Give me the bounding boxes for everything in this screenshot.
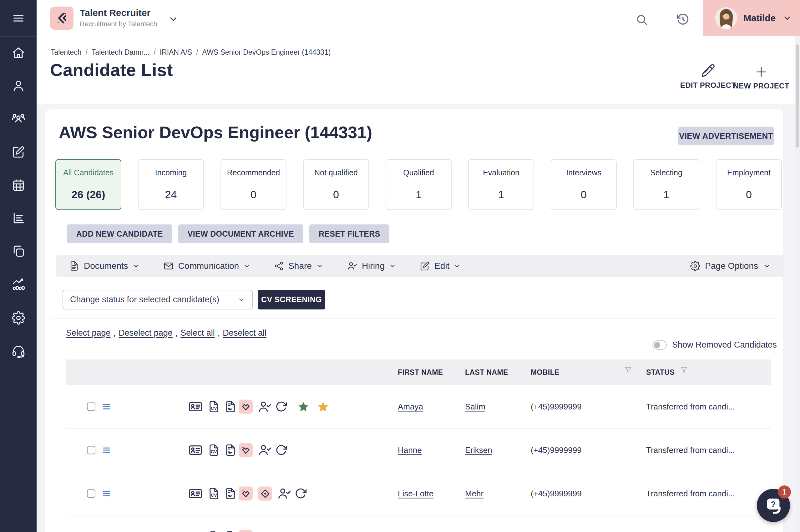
status-card-not-qualified[interactable]: Not qualified 0 — [303, 159, 369, 210]
sidebar-item-compose[interactable] — [0, 139, 37, 165]
candidate-card-button[interactable] — [188, 399, 203, 414]
status-card-qualified[interactable]: Qualified 1 — [386, 159, 452, 210]
refresh-button[interactable] — [275, 400, 287, 413]
column-header-status[interactable]: STATUS — [646, 368, 675, 377]
status-card-employment[interactable]: Employment 0 — [716, 159, 782, 210]
show-removed-toggle[interactable] — [652, 340, 667, 350]
cv-button[interactable] — [207, 530, 221, 532]
candidate-last-name-link[interactable]: Mehr — [465, 489, 484, 498]
sidebar-item-candidates[interactable] — [0, 73, 37, 98]
column-header-last-name[interactable]: LAST NAME — [465, 368, 508, 377]
row-menu-button[interactable] — [102, 402, 111, 411]
reset-filters-button[interactable]: RESET FILTERS — [309, 224, 390, 243]
page-title: Candidate List — [50, 60, 173, 80]
row-checkbox[interactable] — [87, 403, 95, 411]
status-card-interviews[interactable]: Interviews 0 — [551, 159, 617, 210]
sidebar-item-team[interactable] — [0, 106, 37, 131]
sidebar-item-documents[interactable] — [0, 239, 37, 264]
status-card-recommended[interactable]: Recommended 0 — [221, 159, 286, 210]
toolbar-documents-menu[interactable]: Documents — [69, 261, 139, 271]
qualify-candidate-button[interactable] — [258, 443, 272, 457]
select-page-link[interactable]: Select page — [66, 328, 111, 338]
cv-button[interactable] — [207, 487, 221, 500]
candidate-last-name-link[interactable]: Eriksen — [465, 445, 492, 455]
deselect-all-link[interactable]: Deselect all — [223, 328, 266, 338]
breadcrumb-item-talentech[interactable]: Talentech — [51, 48, 81, 57]
scrollbar-thumb[interactable] — [796, 44, 799, 148]
toolbar-share-menu[interactable]: Share — [274, 261, 323, 271]
candidate-first-name-link[interactable]: Hanne — [398, 445, 422, 455]
history-button[interactable] — [675, 12, 690, 27]
candidate-card-button[interactable] — [188, 443, 203, 457]
view-document-archive-button[interactable]: VIEW DOCUMENT ARCHIVE — [178, 224, 303, 243]
talentech-profile-button[interactable] — [239, 487, 253, 501]
page-options-menu[interactable]: Page Options — [690, 261, 771, 271]
row-checkbox[interactable] — [87, 446, 95, 455]
talentech-profile-button[interactable] — [239, 400, 253, 414]
candidate-card-button[interactable] — [188, 530, 203, 532]
cv-screening-button[interactable]: CV SCREENING — [258, 290, 325, 309]
cv-button[interactable] — [207, 443, 221, 457]
talentech-profile-button[interactable] — [239, 530, 253, 532]
row-checkbox[interactable] — [87, 490, 95, 498]
status-card-all-candidates[interactable]: All Candidates 26 (26) — [55, 159, 122, 210]
talentech-assessment-button[interactable] — [258, 487, 272, 501]
breadcrumb-item-project[interactable]: AWS Senior DevOps Engineer (144331) — [202, 48, 331, 57]
application-button[interactable] — [224, 530, 237, 532]
qualify-candidate-button[interactable] — [277, 486, 292, 501]
app-logo[interactable] — [50, 6, 74, 30]
application-button[interactable] — [224, 487, 237, 500]
application-button[interactable] — [224, 400, 237, 413]
cv-document-icon — [207, 443, 221, 457]
column-header-mobile[interactable]: MOBILE — [531, 368, 559, 377]
content-area: AWS Senior DevOps Engineer (144331) VIEW… — [37, 104, 800, 532]
view-advertisement-button[interactable]: VIEW ADVERTISEMENT — [678, 127, 774, 145]
breadcrumb-item-company[interactable]: IRIAN A/S — [160, 48, 192, 57]
add-new-candidate-button[interactable]: ADD NEW CANDIDATE — [67, 224, 172, 243]
change-status-select[interactable]: Change status for selected candidate(s) — [62, 290, 253, 309]
user-menu[interactable]: Matilde — [703, 0, 800, 36]
toolbar-edit-menu[interactable]: Edit — [420, 261, 461, 271]
vertical-scrollbar[interactable] — [795, 36, 800, 532]
sidebar-menu-button[interactable] — [0, 0, 37, 36]
candidate-card-button[interactable] — [188, 486, 203, 501]
candidate-last-name-link[interactable]: Salim — [465, 402, 485, 412]
refresh-button[interactable] — [275, 444, 287, 456]
edit-project-button[interactable]: EDIT PROJECT — [678, 63, 738, 90]
search-button[interactable] — [634, 12, 649, 27]
qualify-candidate-button[interactable] — [258, 530, 272, 532]
app-switcher-button[interactable] — [168, 14, 179, 24]
breadcrumb-item-org[interactable]: Talentech Danm... — [92, 48, 149, 57]
select-all-link[interactable]: Select all — [181, 328, 215, 338]
mobile-filter-button[interactable] — [624, 366, 633, 375]
rating-star-gold-icon[interactable] — [317, 400, 329, 413]
status-filter-button[interactable] — [680, 366, 688, 375]
sidebar-item-analytics[interactable] — [0, 272, 37, 297]
row-menu-button[interactable] — [102, 489, 111, 498]
new-project-button[interactable]: NEW PROJECT — [731, 65, 791, 90]
refresh-button[interactable] — [275, 531, 287, 532]
toolbar-hiring-menu[interactable]: Hiring — [347, 261, 396, 271]
report-list-icon — [12, 211, 25, 225]
sidebar-item-home[interactable] — [0, 40, 37, 65]
sidebar-item-support[interactable] — [0, 339, 37, 363]
refresh-button[interactable] — [294, 487, 307, 500]
status-card-incoming[interactable]: Incoming 24 — [138, 159, 204, 210]
status-card-evaluation[interactable]: Evaluation 1 — [468, 159, 534, 210]
toolbar-communication-menu[interactable]: Communication — [163, 261, 250, 271]
candidate-first-name-link[interactable]: Lise-Lotte — [398, 489, 433, 498]
candidate-first-name-link[interactable]: Amaya — [398, 402, 423, 412]
status-card-selecting[interactable]: Selecting 1 — [633, 159, 699, 210]
sidebar-item-settings[interactable] — [0, 305, 37, 330]
qualify-candidate-button[interactable] — [258, 399, 272, 414]
sidebar-item-reports[interactable] — [0, 206, 37, 231]
sidebar-item-calendar[interactable] — [0, 173, 37, 197]
row-menu-button[interactable] — [102, 445, 111, 455]
column-header-first-name[interactable]: FIRST NAME — [398, 368, 443, 377]
talentech-profile-button[interactable] — [239, 443, 253, 457]
chat-question-icon — [764, 496, 783, 515]
application-button[interactable] — [224, 443, 237, 457]
rating-star-green-icon[interactable] — [297, 401, 309, 413]
deselect-page-link[interactable]: Deselect page — [118, 328, 173, 338]
cv-button[interactable] — [207, 400, 221, 413]
